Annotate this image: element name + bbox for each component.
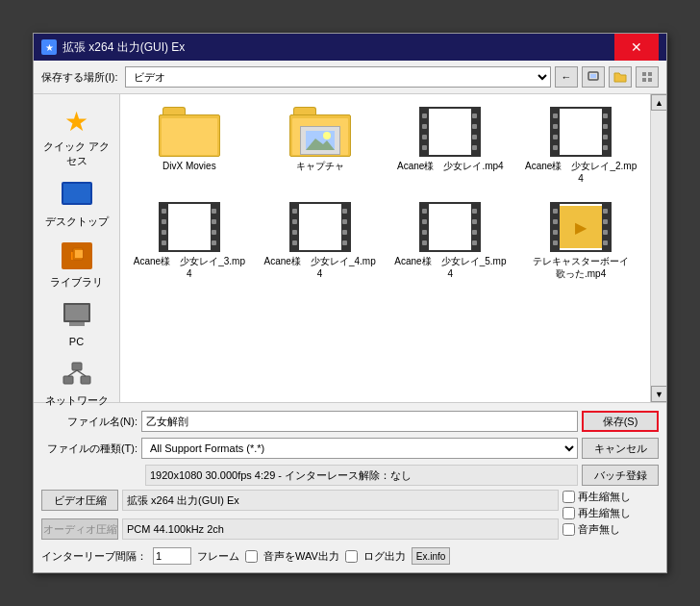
scroll-up-button[interactable]: ▲ (651, 94, 667, 111)
file-name: キャプチャ (296, 160, 344, 172)
interleave-input[interactable] (153, 547, 191, 565)
file-name: DivX Movies (162, 160, 216, 172)
list-item[interactable]: キャプチャ (259, 102, 382, 189)
list-item[interactable]: Acane様 少女レイ_4.mp4 (259, 197, 382, 285)
file-name: Acane様 少女レイ_3.mp4 (133, 255, 246, 280)
scroll-down-button[interactable]: ▼ (651, 386, 667, 402)
no-resize-check-1[interactable] (562, 491, 575, 503)
svg-point-17 (323, 132, 331, 139)
no-audio-label: 音声無し (578, 522, 620, 537)
no-resize-label-1: 再生縮無し (578, 490, 631, 504)
sidebar-label-quick-access: クイック アクセス (41, 139, 112, 168)
filetype-select[interactable]: All Support Formats (*.*) (141, 438, 578, 459)
svg-rect-4 (642, 78, 646, 82)
log-output-check[interactable] (345, 550, 358, 563)
no-resize-checkbox-1: 再生縮無し (562, 490, 659, 504)
file-name: テレキャスターボーイ 歌った.mp4 (524, 255, 638, 280)
svg-rect-10 (72, 363, 82, 370)
sidebar-item-library[interactable]: ライブラリ (38, 238, 115, 294)
desktop-icon (62, 182, 92, 205)
wav-output-check[interactable] (245, 550, 258, 563)
list-item[interactable]: ▶ テレキャスターボーイ 歌った.mp4 (519, 197, 642, 285)
sidebar-label-library: ライブラリ (50, 275, 103, 290)
location-bar: 保存する場所(I): ビデオ ← (34, 61, 666, 94)
no-audio-checkbox: 音声無し (562, 522, 659, 537)
no-resize-checkbox-2: 再生縮無し (562, 506, 659, 520)
video-codec-value: 拡張 x264 出力(GUI) Ex (122, 490, 559, 511)
folder-with-image-icon (289, 107, 351, 157)
video-icon (289, 202, 351, 252)
new-folder-button[interactable] (609, 66, 632, 88)
svg-rect-9 (75, 250, 83, 258)
list-item[interactable]: Acane様 少女レイ_2.mp4 (519, 102, 642, 189)
back-button[interactable]: ← (555, 66, 578, 88)
file-name: Acane様 少女レイ_2.mp4 (524, 160, 638, 185)
pc-icon (62, 303, 92, 330)
svg-rect-12 (81, 376, 90, 384)
sidebar-item-quick-access[interactable]: ★ クイック アクセス (38, 102, 115, 173)
window-icon: ★ (41, 39, 57, 55)
file-name: Acane様 少女レイ.mp4 (397, 160, 504, 172)
interleave-label: インターリーブ間隔： (41, 549, 147, 564)
batch-button[interactable]: バッチ登録 (582, 465, 659, 486)
scrollbar[interactable]: ▲ ▼ (650, 94, 666, 402)
sidebar-item-network[interactable]: ネットワーク (38, 356, 115, 413)
no-audio-check[interactable] (562, 523, 575, 536)
video-icon (550, 107, 612, 157)
sidebar: ★ クイック アクセス デスクトップ ライブラリ (34, 94, 120, 402)
codec-area: ビデオ圧縮 拡張 x264 出力(GUI) Ex オーディオ圧縮 PCM 44.… (41, 490, 659, 543)
list-item[interactable]: DivX Movies (128, 102, 251, 189)
filename-label: ファイル名(N): (41, 415, 138, 429)
close-button[interactable]: ✕ (614, 34, 659, 61)
sidebar-item-desktop[interactable]: デスクトップ (38, 177, 115, 234)
window-title: 拡張 x264 出力(GUI) Ex (62, 39, 185, 56)
options-column: 再生縮無し 再生縮無し 音声無し (562, 490, 659, 543)
info-text: 1920x1080 30.000fps 4:29 - インターレース解除：なし (145, 465, 578, 486)
file-name: Acane様 少女レイ_4.mp4 (263, 255, 377, 280)
list-item[interactable]: Acane様 少女レイ_3.mp4 (128, 197, 251, 285)
svg-line-14 (77, 370, 86, 376)
ex-info-button[interactable]: Ex.info (412, 547, 451, 565)
svg-rect-2 (642, 72, 646, 76)
video-codec-button[interactable]: ビデオ圧縮 (41, 490, 118, 511)
location-label: 保存する場所(I): (41, 70, 117, 85)
audio-codec-row: オーディオ圧縮 PCM 44.100kHz 2ch (41, 518, 559, 540)
svg-rect-11 (63, 376, 73, 384)
video-icon (419, 107, 481, 157)
audio-codec-value: PCM 44.100kHz 2ch (122, 518, 559, 540)
filetype-row: ファイルの種類(T): All Support Formats (*.*) キャ… (41, 438, 659, 459)
interleave-row: インターリーブ間隔： フレーム 音声をWAV出力 ログ出力 Ex.info (41, 547, 659, 565)
file-browser[interactable]: DivX Movies キャプチャ (120, 94, 650, 402)
file-grid: DivX Movies キャプチャ (128, 102, 642, 285)
video-icon (419, 202, 481, 252)
no-resize-label-2: 再生縮無し (578, 506, 631, 520)
folder-icon (159, 107, 220, 157)
list-item[interactable]: Acane様 少女レイ.mp4 (389, 102, 512, 189)
video-gold-icon: ▶ (550, 202, 612, 252)
sidebar-label-pc: PC (69, 336, 84, 347)
save-button[interactable]: 保存(S) (582, 411, 659, 432)
no-resize-check-2[interactable] (562, 507, 575, 519)
location-select[interactable]: ビデオ (125, 66, 551, 88)
interleave-unit: フレーム (197, 549, 239, 564)
video-codec-row: ビデオ圧縮 拡張 x264 出力(GUI) Ex (41, 490, 559, 511)
log-output-label: ログ出力 (363, 549, 406, 564)
wav-output-label: 音声をWAV出力 (263, 549, 339, 564)
video-icon (159, 202, 220, 252)
cancel-button[interactable]: キャンセル (582, 438, 659, 459)
title-bar: ★ 拡張 x264 出力(GUI) Ex ✕ (34, 34, 666, 61)
svg-rect-5 (648, 78, 652, 82)
file-name: Acane様 少女レイ_5.mp4 (394, 255, 508, 280)
list-item[interactable]: Acane様 少女レイ_5.mp4 (389, 197, 512, 285)
up-button[interactable] (582, 66, 605, 88)
star-icon: ★ (62, 107, 92, 138)
audio-codec-button[interactable]: オーディオ圧縮 (41, 518, 118, 540)
sidebar-item-pc[interactable]: PC (38, 298, 115, 352)
svg-rect-3 (648, 72, 652, 76)
view-button[interactable] (636, 66, 659, 88)
sidebar-label-desktop: デスクトップ (45, 215, 109, 229)
scroll-track[interactable] (651, 111, 666, 386)
main-area: ★ クイック アクセス デスクトップ ライブラリ (34, 94, 666, 402)
filename-input[interactable] (141, 411, 578, 432)
info-row: 1920x1080 30.000fps 4:29 - インターレース解除：なし … (41, 465, 659, 486)
